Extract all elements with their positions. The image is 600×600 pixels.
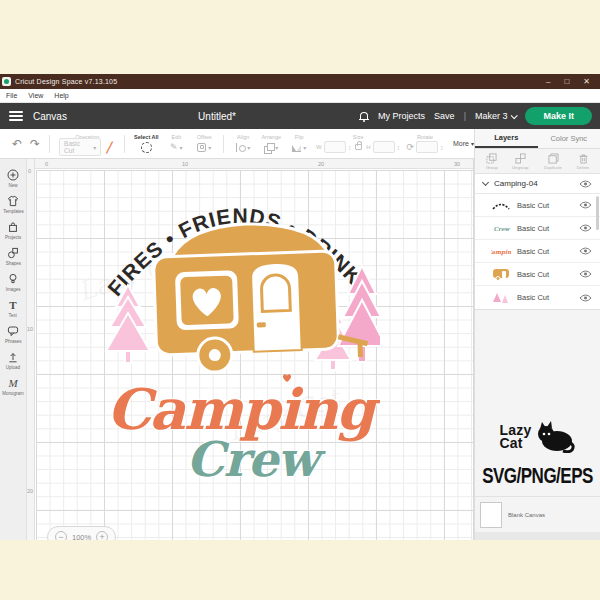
size-label: Size <box>353 134 364 141</box>
visibility-eye-icon[interactable] <box>579 180 592 188</box>
visibility-eye-icon[interactable] <box>579 294 592 302</box>
sidebar-item-shapes[interactable]: Shapes <box>0 247 27 266</box>
ruler-vertical: 0 10 20 <box>27 159 35 540</box>
edit-label: Edit <box>172 134 181 141</box>
arrange-dropdown[interactable]: ▾ <box>264 141 278 154</box>
visibility-eye-icon[interactable] <box>579 247 592 255</box>
edit-toolbar: ↶ ↷ Operation Basic Cut ▾ ╱ Select All <box>0 129 474 159</box>
chevron-down-icon[interactable] <box>482 179 489 186</box>
chevron-down-icon: ▾ <box>93 144 96 151</box>
layer-thumb-crew: Crew <box>491 221 511 235</box>
delete-button[interactable]: Delete <box>576 153 590 170</box>
select-all-icon[interactable] <box>141 142 152 153</box>
redo-icon[interactable]: ↷ <box>30 137 40 151</box>
rotate-stepper[interactable]: ↕ <box>440 144 444 151</box>
black-cat-icon <box>533 421 575 453</box>
maximize-button[interactable]: □ <box>564 77 569 86</box>
width-input[interactable] <box>324 141 346 153</box>
align-dropdown[interactable]: ▾ <box>236 141 250 154</box>
layer-group-header[interactable]: Camping-04 <box>475 174 600 194</box>
chevron-down-icon: ▾ <box>247 144 250 151</box>
visibility-eye-icon[interactable] <box>579 201 592 209</box>
sidebar-item-new[interactable]: New <box>0 169 27 188</box>
sidebar-item-projects[interactable]: Projects <box>0 221 27 240</box>
layer-row-arc-text[interactable]: Basic Cut <box>475 194 600 217</box>
width-stepper[interactable]: ↕ <box>348 144 352 151</box>
layer-row-camping[interactable]: Camping Basic Cut <box>475 240 600 263</box>
group-button[interactable]: Group <box>485 153 498 170</box>
blank-canvas-swatch[interactable] <box>480 502 502 528</box>
menu-help[interactable]: Help <box>54 92 68 99</box>
save-link[interactable]: Save <box>434 111 455 121</box>
plus-circle-icon <box>7 169 19 181</box>
layer-list: Camping-04 Basic Cut Crew Basic Cut <box>475 174 600 310</box>
pen-tool-icon[interactable]: ╱ <box>106 142 112 153</box>
sidebar-item-text[interactable]: T Text <box>0 299 27 318</box>
lightbulb-icon <box>7 273 19 285</box>
close-button[interactable]: ✕ <box>583 77 590 86</box>
chevron-down-icon: ▾ <box>275 144 278 151</box>
app-window: Cricut Design Space v7.13.105 – □ ✕ File… <box>0 74 600 540</box>
layer-row-trees[interactable]: Basic Cut <box>475 286 600 309</box>
sidebar-item-monogram[interactable]: M Monogram <box>0 377 27 396</box>
design-canvas[interactable]: 0 10 20 0 10 20 30 Lazy Cat Lazy Cat FIR… <box>27 159 474 540</box>
menu-file[interactable]: File <box>6 92 17 99</box>
tab-layers[interactable]: Layers <box>475 129 538 148</box>
flip-dropdown[interactable]: ▾ <box>292 141 306 154</box>
sidebar-item-images[interactable]: Images <box>0 273 27 292</box>
trash-icon <box>578 153 589 164</box>
offset-label: Offset <box>197 134 212 141</box>
camping-crew-design[interactable]: FIRES • FRIENDS • DRINKS <box>100 182 380 482</box>
sidebar-item-phrases[interactable]: Phrases <box>0 325 27 344</box>
machine-selector[interactable]: Maker 3 <box>475 111 517 121</box>
flip-icon <box>292 143 301 152</box>
flip-label: Flip <box>295 134 304 141</box>
layer-thumb-arc-text-icon <box>491 198 511 212</box>
chevron-down-icon: ▾ <box>208 144 211 151</box>
align-icon <box>236 143 245 152</box>
blank-canvas-row[interactable]: Blank Canvas <box>475 496 600 532</box>
sidebar-item-upload[interactable]: Upload <box>0 351 27 370</box>
pine-tree-left <box>106 285 150 363</box>
menu-bar: File View Help <box>0 89 600 103</box>
ungroup-icon <box>515 153 526 164</box>
group-icon <box>486 153 497 164</box>
zoom-out-button[interactable]: − <box>55 531 67 540</box>
layers-panel: Layers Color Sync Group Ungroup Duplicat… <box>474 129 600 540</box>
offset-group: Offset ▾ <box>194 134 214 154</box>
minimize-button[interactable]: – <box>546 77 550 86</box>
lock-icon[interactable] <box>355 144 362 150</box>
pencil-icon: ✎ <box>170 142 178 152</box>
height-stepper[interactable]: ↕ <box>397 144 401 151</box>
lazy-cat-logo: Lazy Cat <box>475 421 600 453</box>
edit-dropdown[interactable]: ✎ ▾ <box>170 141 183 154</box>
visibility-eye-icon[interactable] <box>579 224 592 232</box>
rotate-icon[interactable]: ⟳ <box>406 142 414 152</box>
layer-row-camper[interactable]: Basic Cut <box>475 263 600 286</box>
more-menu[interactable]: More ▾ <box>453 140 474 147</box>
tab-color-sync[interactable]: Color Sync <box>538 129 600 148</box>
rotate-input[interactable] <box>416 141 438 153</box>
height-input[interactable] <box>373 141 395 153</box>
screenshot-stage: Cricut Design Space v7.13.105 – □ ✕ File… <box>0 0 600 600</box>
ruler-horizontal: 0 10 20 30 <box>35 159 473 169</box>
operation-dropdown[interactable]: Basic Cut ▾ <box>59 138 101 156</box>
offset-dropdown[interactable]: ▾ <box>197 141 211 154</box>
upload-arrow-icon <box>7 351 19 363</box>
visibility-eye-icon[interactable] <box>579 270 592 278</box>
zoom-control: − 100% + <box>47 526 116 540</box>
zoom-in-button[interactable]: + <box>96 531 108 540</box>
notifications-bell-icon[interactable] <box>359 111 369 122</box>
rotate-group: Rotate ⟳ ↕ <box>407 134 443 154</box>
title-bar: Cricut Design Space v7.13.105 – □ ✕ <box>0 74 600 89</box>
panel-scrollbar[interactable] <box>596 196 599 230</box>
duplicate-button[interactable]: Duplicate <box>543 153 563 170</box>
cricut-logo-icon <box>2 77 11 86</box>
window-title: Cricut Design Space v7.13.105 <box>15 78 117 85</box>
ungroup-button[interactable]: Ungroup <box>511 153 529 170</box>
undo-icon[interactable]: ↶ <box>12 137 22 151</box>
menu-view[interactable]: View <box>28 92 43 99</box>
make-it-button[interactable]: Make It <box>525 107 592 125</box>
sidebar-item-templates[interactable]: Templates <box>0 195 27 214</box>
layer-row-crew[interactable]: Crew Basic Cut <box>475 217 600 240</box>
